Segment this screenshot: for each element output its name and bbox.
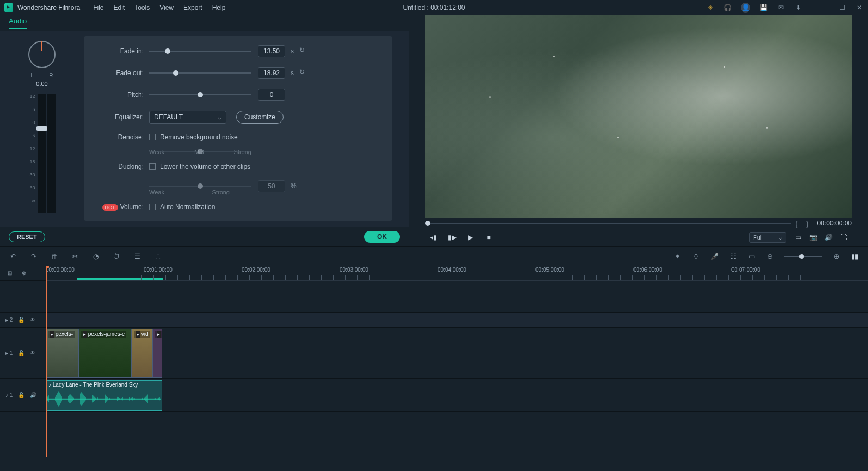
- denoise-option: Remove background noise: [160, 133, 238, 141]
- ducking-value[interactable]: 50: [258, 180, 285, 192]
- tab-audio[interactable]: Audio: [9, 17, 27, 29]
- ok-button[interactable]: OK: [364, 231, 400, 243]
- menu-file[interactable]: File: [93, 4, 103, 11]
- frame-icon[interactable]: ▭: [747, 252, 756, 261]
- user-icon[interactable]: 👤: [741, 3, 750, 13]
- track-a1[interactable]: ♪ Lady Lane - The Pink Everland Sky: [46, 379, 868, 412]
- play-icon[interactable]: ▶: [466, 234, 474, 241]
- render-icon[interactable]: ✦: [673, 252, 682, 261]
- crop-icon[interactable]: ◔: [91, 252, 100, 261]
- video-clip[interactable]: ▸: [152, 329, 162, 378]
- maximize-icon[interactable]: ☐: [838, 3, 846, 12]
- voiceover-icon[interactable]: 🎤: [710, 252, 719, 261]
- marker-icon[interactable]: ◊: [692, 252, 700, 261]
- denoise-slider[interactable]: [149, 151, 251, 152]
- pitch-label: Pitch:: [89, 91, 144, 99]
- out-bracket-icon[interactable]: }: [806, 219, 808, 228]
- chevron-down-icon: ⌵: [218, 113, 221, 121]
- app-logo: [4, 3, 13, 12]
- volume-label: Volume:: [120, 203, 144, 211]
- monitor-icon[interactable]: ▭: [794, 234, 802, 241]
- fullscreen-icon[interactable]: ⛶: [840, 234, 847, 241]
- play-pause-icon[interactable]: ▮▶: [448, 234, 455, 241]
- volume-checkbox[interactable]: [149, 204, 156, 210]
- zoom-out-icon[interactable]: ⊖: [766, 252, 774, 261]
- track-a1-label: ♪ 1: [5, 392, 13, 398]
- video-clip[interactable]: ▸ vid: [132, 329, 152, 378]
- menu-edit[interactable]: Edit: [114, 4, 125, 11]
- quality-select[interactable]: Full⌵: [749, 232, 786, 243]
- customize-button[interactable]: Customize: [236, 111, 284, 124]
- mail-icon[interactable]: ✉: [777, 3, 785, 12]
- pan-knob[interactable]: [28, 41, 56, 68]
- fade-out-label: Fade out:: [89, 69, 144, 77]
- app-title: Wondershare Filmora: [17, 4, 80, 11]
- equalizer-select[interactable]: DEFAULT⌵: [149, 111, 226, 124]
- eye-icon[interactable]: 👁: [30, 317, 35, 323]
- lock-icon[interactable]: 🔓: [18, 392, 24, 398]
- pitch-slider[interactable]: [149, 94, 251, 95]
- track-v2[interactable]: [46, 313, 868, 328]
- ducking-checkbox[interactable]: [149, 163, 156, 170]
- pan-l-label: L: [31, 72, 34, 78]
- undo-icon[interactable]: ↶: [9, 252, 17, 261]
- lightbulb-icon[interactable]: ☀: [706, 3, 715, 12]
- pitch-value[interactable]: 0: [258, 89, 285, 101]
- track-v1[interactable]: ▸ pexels- ▸ pexels-james-c ▸ vid ▸: [46, 328, 868, 379]
- close-icon[interactable]: ✕: [855, 3, 864, 12]
- fade-out-value[interactable]: 18.92: [258, 67, 285, 79]
- menu-tools[interactable]: Tools: [134, 4, 150, 11]
- save-icon[interactable]: 💾: [759, 3, 768, 12]
- menu-view[interactable]: View: [159, 4, 174, 11]
- camera-icon[interactable]: 📷: [809, 234, 817, 241]
- fit-icon[interactable]: ▮▮: [851, 252, 859, 261]
- download-icon[interactable]: ⬇: [794, 3, 803, 12]
- reset-button[interactable]: RESET: [9, 231, 45, 242]
- denoise-checkbox[interactable]: [149, 134, 156, 140]
- lock-icon[interactable]: 🔓: [18, 317, 24, 323]
- headphones-icon[interactable]: 🎧: [723, 3, 732, 12]
- magnet-icon[interactable]: ⊗: [20, 269, 28, 278]
- stop-icon[interactable]: ■: [485, 234, 493, 241]
- menu-export[interactable]: Export: [183, 4, 202, 11]
- lock-icon[interactable]: 🔓: [18, 350, 24, 356]
- settings-icon[interactable]: ☰: [133, 252, 141, 261]
- hot-badge: HOT: [102, 204, 118, 211]
- mixer-icon[interactable]: ☷: [729, 252, 737, 261]
- speed-icon[interactable]: ⏱: [112, 252, 121, 261]
- fade-in-slider[interactable]: [149, 51, 251, 52]
- preview-viewport[interactable]: [425, 15, 852, 218]
- zoom-slider[interactable]: [784, 256, 822, 257]
- fade-out-unit: s: [291, 69, 294, 77]
- preview-scrubber[interactable]: [425, 223, 791, 224]
- cut-icon[interactable]: ✂: [71, 252, 79, 261]
- redo-icon[interactable]: ↷: [29, 252, 38, 261]
- pan-r-label: R: [49, 72, 53, 78]
- document-title: Untitled : 00:01:12:00: [403, 4, 465, 11]
- menu-help[interactable]: Help: [212, 4, 226, 11]
- volume-icon[interactable]: 🔊: [824, 234, 832, 241]
- timeline-ruler[interactable]: 00:00:00:00 00:01:00:00 00:02:00:00 00:0…: [46, 266, 868, 281]
- minimize-icon[interactable]: —: [820, 3, 829, 12]
- audio-tool-icon[interactable]: ⎍: [153, 252, 162, 261]
- vu-bar-left[interactable]: [38, 94, 46, 213]
- zoom-in-icon[interactable]: ⊕: [832, 252, 841, 261]
- preview-time: 00:00:00:00: [817, 219, 852, 227]
- fade-in-reset-icon[interactable]: ↻: [299, 46, 309, 56]
- eye-icon[interactable]: 👁: [30, 350, 35, 356]
- timeline-menu-icon[interactable]: ⊞: [5, 269, 14, 278]
- delete-icon[interactable]: 🗑: [50, 252, 59, 261]
- fade-in-value[interactable]: 13.50: [258, 45, 285, 57]
- fade-out-reset-icon[interactable]: ↻: [299, 68, 309, 78]
- speaker-icon[interactable]: 🔊: [30, 392, 36, 398]
- ducking-slider[interactable]: [149, 186, 251, 187]
- pan-value: 0.00: [36, 81, 47, 87]
- video-clip[interactable]: ▸ pexels-: [46, 329, 78, 378]
- video-clip[interactable]: ▸ pexels-james-c: [78, 329, 132, 378]
- prev-frame-icon[interactable]: ◂▮: [429, 234, 437, 241]
- vu-bar-right[interactable]: [47, 94, 56, 213]
- in-bracket-icon[interactable]: {: [795, 219, 797, 228]
- audio-clip[interactable]: ♪ Lady Lane - The Pink Everland Sky: [46, 380, 162, 411]
- playhead[interactable]: [46, 266, 47, 457]
- fade-out-slider[interactable]: [149, 72, 251, 74]
